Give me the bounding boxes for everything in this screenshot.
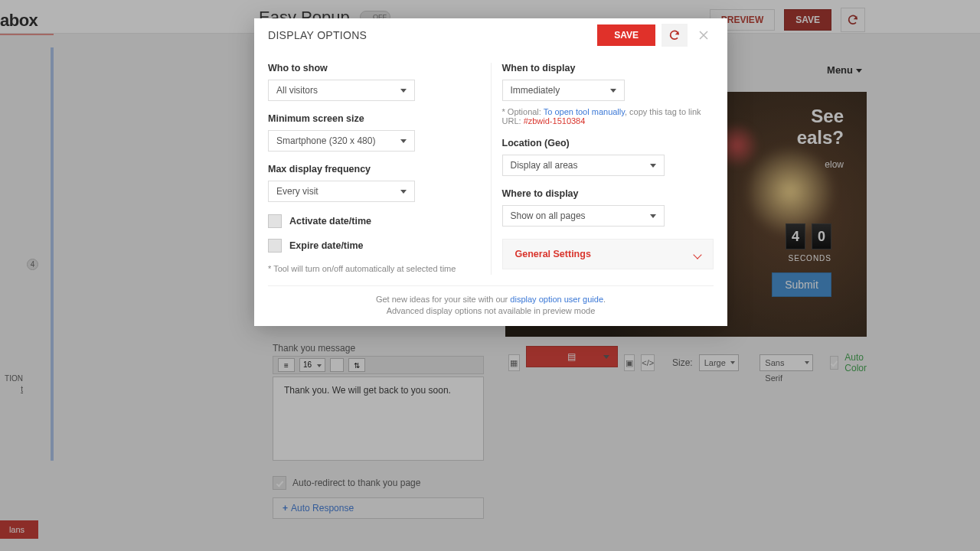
when-label: When to display <box>502 63 714 73</box>
refresh-icon <box>668 29 681 41</box>
general-settings-accordion[interactable]: General Settings <box>502 239 714 269</box>
time-note: * Tool will turn on/off automatically at… <box>268 263 480 275</box>
min-screen-select[interactable]: Smartphone (320 x 480) <box>268 130 415 152</box>
modal-save-button[interactable]: SAVE <box>597 24 655 46</box>
activate-label: Activate date/time <box>289 216 371 227</box>
activate-checkbox[interactable] <box>268 214 282 228</box>
where-select[interactable]: Show on all pages <box>502 205 665 227</box>
expire-label: Expire date/time <box>289 240 364 251</box>
who-to-show-select[interactable]: All visitors <box>268 80 415 101</box>
widget-tag: #zbwid-1510384 <box>524 116 586 126</box>
expire-checkbox[interactable] <box>268 239 282 253</box>
who-to-show-label: Who to show <box>268 63 480 73</box>
location-label: Location (Geo) <box>502 138 714 148</box>
open-tool-link[interactable]: To open tool manually <box>544 107 625 116</box>
guide-link[interactable]: display option user guide <box>510 295 603 304</box>
display-options-modal: DISPLAY OPTIONS SAVE Who to show All vis… <box>254 18 727 326</box>
modal-title: DISPLAY OPTIONS <box>268 29 367 41</box>
max-frequency-label: Max display frequency <box>268 164 480 174</box>
modal-close-button[interactable] <box>694 25 714 45</box>
optional-note: * Optional: To open tool manually, copy … <box>502 107 714 126</box>
when-select[interactable]: Immediately <box>502 80 625 101</box>
close-icon <box>699 31 708 40</box>
min-screen-label: Minimum screen size <box>268 113 480 124</box>
location-select[interactable]: Display all areas <box>502 155 665 176</box>
general-settings-label: General Settings <box>515 249 591 259</box>
max-frequency-select[interactable]: Every visit <box>268 181 415 202</box>
modal-refresh-button[interactable] <box>662 24 688 47</box>
modal-footer: Get new ideas for your site with our dis… <box>268 285 714 317</box>
where-label: Where to display <box>502 188 714 199</box>
